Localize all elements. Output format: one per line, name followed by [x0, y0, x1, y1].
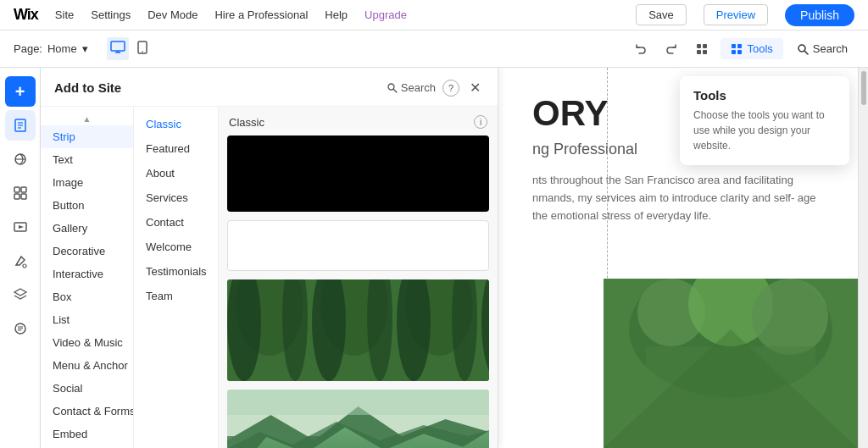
add-panel-title: Add to Site [54, 80, 380, 95]
subcategory-contact[interactable]: Contact [134, 210, 218, 235]
svg-point-46 [352, 279, 404, 315]
add-element-button[interactable]: + [5, 76, 36, 107]
widget-card-2[interactable] [227, 220, 489, 271]
top-nav: Wix Site Settings Dev Mode Hire a Profes… [0, 0, 868, 30]
category-gallery[interactable]: Gallery [41, 217, 133, 240]
panel-search-button[interactable]: Search [387, 81, 436, 94]
svg-rect-12 [737, 50, 742, 54]
category-interactive[interactable]: Interactive [41, 263, 133, 285]
subcategory-about[interactable]: About [134, 161, 218, 185]
wix-logo: Wix [14, 6, 38, 24]
nav-settings[interactable]: Settings [91, 8, 131, 21]
nav-site[interactable]: Site [55, 8, 74, 21]
category-button[interactable]: Button [41, 194, 133, 217]
close-icon[interactable]: ✕ [466, 78, 484, 97]
svg-line-14 [804, 51, 808, 54]
tooltip-description: Choose the tools you want to use while y… [693, 108, 836, 153]
paint-icon[interactable] [5, 246, 36, 276]
svg-rect-54 [227, 390, 489, 415]
svg-line-31 [393, 90, 397, 93]
undo-button[interactable] [629, 39, 653, 59]
page-label: Page: [14, 42, 42, 55]
svg-rect-35 [287, 284, 307, 381]
svg-point-30 [388, 84, 394, 90]
nav-upgrade[interactable]: Upgrade [364, 8, 407, 21]
subcategory-team[interactable]: Team [134, 284, 218, 308]
svg-point-42 [243, 279, 298, 318]
layers-icon[interactable] [5, 279, 36, 310]
widget-info-icon[interactable]: i [474, 115, 487, 129]
svg-point-43 [273, 279, 321, 311]
widget-card-mountains[interactable] [227, 390, 489, 448]
svg-point-45 [318, 279, 379, 312]
svg-rect-21 [14, 187, 19, 192]
canvas-text: nts throughout the San Francisco area an… [532, 172, 821, 224]
mobile-icon[interactable] [134, 37, 151, 60]
category-list[interactable]: List [41, 308, 133, 331]
svg-rect-22 [21, 187, 26, 192]
subcategory-testimonials[interactable]: Testimonials [134, 259, 218, 284]
svg-rect-24 [21, 194, 26, 199]
subcategory-services[interactable]: Services [134, 185, 218, 210]
svg-rect-39 [397, 282, 419, 381]
svg-point-27 [23, 264, 26, 268]
widget-section-title: Classic [229, 116, 264, 129]
left-sidebar: + [0, 68, 41, 448]
page-selector[interactable]: Page: Home ▾ [14, 42, 88, 55]
pages-icon[interactable] [5, 110, 36, 141]
nav-hire[interactable]: Hire a Professional [214, 8, 308, 21]
svg-point-44 [303, 281, 348, 315]
design-icon[interactable] [5, 144, 36, 174]
category-image[interactable]: Image [41, 171, 133, 194]
search-button[interactable]: Search [790, 39, 854, 58]
widget-card-1[interactable] [227, 136, 489, 212]
apps-icon[interactable] [5, 178, 36, 208]
publish-button[interactable]: Publish [785, 4, 854, 26]
secondary-toolbar: Page: Home ▾ To [0, 30, 868, 68]
svg-rect-0 [111, 41, 125, 51]
subcategory-classic[interactable]: Classic [134, 112, 218, 136]
category-decorative[interactable]: Decorative [41, 240, 133, 263]
categories-column: ▲ Strip Text Image Button Gallery Decora… [41, 107, 134, 448]
svg-rect-37 [337, 279, 360, 381]
category-contact-forms[interactable]: Contact & Forms [41, 400, 133, 423]
svg-rect-7 [697, 50, 701, 54]
svg-point-59 [752, 279, 828, 355]
category-menu-anchor[interactable]: Menu & Anchor [41, 354, 133, 377]
svg-rect-11 [732, 50, 736, 54]
blog-icon[interactable] [5, 313, 36, 344]
search-label: Search [813, 42, 848, 55]
grid-icon[interactable] [690, 39, 714, 59]
svg-rect-9 [732, 44, 736, 48]
svg-rect-5 [697, 44, 701, 48]
right-scrollbar[interactable] [858, 68, 868, 448]
nav-help[interactable]: Help [325, 8, 348, 21]
save-button[interactable]: Save [636, 4, 687, 25]
svg-rect-40 [429, 290, 444, 381]
canvas-image [604, 279, 858, 448]
redo-button[interactable] [659, 39, 683, 59]
category-strip[interactable]: Strip [41, 125, 133, 148]
widgets-column: Classic i [219, 107, 498, 448]
help-icon[interactable]: ? [442, 80, 459, 97]
scroll-up-arrow[interactable]: ▲ [41, 112, 133, 125]
device-icons [107, 37, 151, 60]
category-box[interactable]: Box [41, 285, 133, 308]
category-embed[interactable]: Embed [41, 423, 133, 445]
subcategory-welcome[interactable]: Welcome [134, 235, 218, 259]
svg-rect-36 [314, 292, 331, 381]
media-icon[interactable] [5, 212, 36, 242]
add-panel: Add to Site Search ? ✕ ▲ Strip Text Imag… [41, 68, 498, 448]
widget-card-forest[interactable] [227, 279, 489, 381]
preview-button[interactable]: Preview [704, 4, 768, 25]
tools-label: Tools [747, 42, 772, 55]
category-social[interactable]: Social [41, 377, 133, 400]
nav-dev-mode[interactable]: Dev Mode [147, 8, 198, 21]
svg-point-13 [798, 45, 805, 52]
tools-button[interactable]: Tools [721, 38, 782, 59]
subcategory-featured[interactable]: Featured [134, 136, 218, 161]
page-name: Home [47, 42, 77, 55]
category-video-music[interactable]: Video & Music [41, 331, 133, 354]
desktop-icon[interactable] [107, 37, 129, 60]
category-text[interactable]: Text [41, 148, 133, 171]
